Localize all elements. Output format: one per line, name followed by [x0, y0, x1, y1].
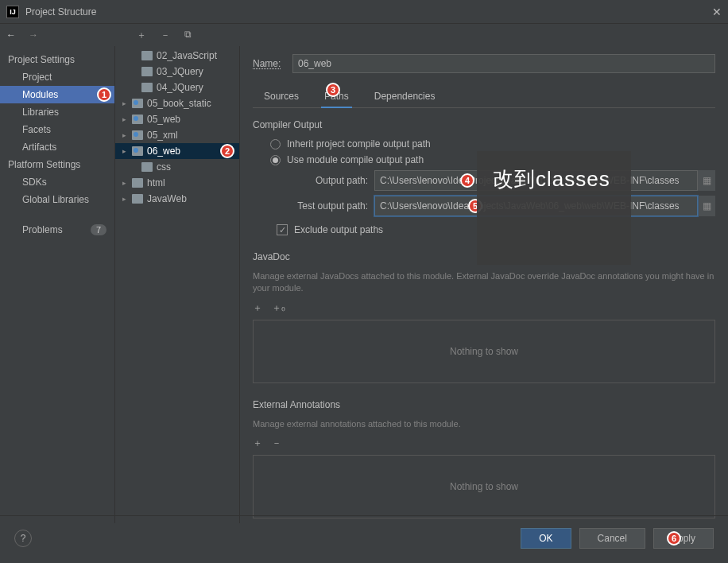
ext-anno-empty: Nothing to show [253, 455, 715, 518]
add-icon[interactable]: ＋ [253, 437, 262, 450]
remove-icon[interactable]: － [272, 437, 281, 450]
chevron-right-icon[interactable]: ▸ [120, 115, 128, 123]
problems-count-badge: 7 [91, 224, 106, 235]
chevron-right-icon[interactable]: ▸ [120, 147, 128, 155]
javadoc-title: JavaDoc [253, 251, 715, 262]
browse-test-output-icon[interactable]: ▦ [698, 196, 715, 216]
tree-item[interactable]: ▸05_web [115, 111, 239, 127]
browse-output-icon[interactable]: ▦ [698, 170, 715, 191]
add-icon[interactable]: ＋ [137, 29, 146, 42]
test-output-path-input[interactable] [374, 196, 698, 216]
tree-item[interactable]: ▸html [115, 175, 239, 191]
sidebar-item-project[interactable]: Project [0, 68, 114, 86]
settings-sidebar: Project Settings Project Modules 1 Libra… [0, 46, 114, 523]
tab-sources[interactable]: Sources [261, 86, 302, 107]
copy-icon[interactable]: ⧉ [184, 29, 192, 42]
chevron-right-icon[interactable]: ▸ [120, 131, 128, 139]
folder-icon [141, 162, 153, 172]
radio-use-module[interactable]: Use module compile output path [270, 154, 715, 165]
sidebar-item-global-libraries[interactable]: Global Libraries [0, 191, 114, 208]
sidebar-item-sdks[interactable]: SDKs [0, 173, 114, 191]
module-name-input[interactable] [292, 54, 715, 73]
output-path-label: Output path: [277, 175, 368, 186]
name-label: Name: [253, 58, 292, 69]
tree-item[interactable]: ▸css [115, 159, 239, 175]
folder-icon [141, 67, 153, 76]
sidebar-item-libraries[interactable]: Libraries [0, 103, 114, 121]
annotation-badge-3: 3 [326, 83, 340, 97]
folder-icon [132, 194, 143, 204]
ok-button[interactable]: OK [521, 528, 571, 549]
tree-item[interactable]: ▸JavaWeb [115, 191, 239, 207]
module-icon [132, 115, 143, 124]
section-platform-settings: Platform Settings [0, 156, 114, 173]
tree-item[interactable]: ▸02_JavaScript [115, 48, 239, 64]
ext-anno-desc: Manage external annotations attached to … [253, 418, 715, 430]
intellij-icon: IJ [6, 6, 19, 18]
javadoc-desc: Manage external JavaDocs attached to thi… [253, 270, 715, 295]
tree-item[interactable]: ▸04_JQuery [115, 80, 239, 95]
javadoc-empty: Nothing to show [253, 320, 715, 383]
folder-icon [132, 178, 143, 188]
output-path-input[interactable] [374, 170, 698, 191]
module-icon [132, 99, 143, 108]
back-icon[interactable]: ← [6, 29, 16, 41]
chevron-right-icon[interactable]: ▸ [120, 195, 128, 203]
radio-icon [270, 139, 281, 149]
add-icon[interactable]: ＋ [253, 301, 262, 315]
window-title: Project Structure [25, 6, 96, 17]
tree-item[interactable]: ▸03_JQuery [115, 64, 239, 80]
radio-checked-icon [270, 155, 281, 165]
cancel-button[interactable]: Cancel [579, 528, 645, 549]
titlebar: IJ Project Structure ✕ [0, 0, 728, 24]
add-url-icon[interactable]: ＋₀ [272, 301, 285, 315]
annotation-badge-2: 2 [220, 144, 234, 158]
annotation-badge-5: 5 [468, 199, 482, 213]
help-button[interactable]: ? [14, 530, 32, 547]
forward-icon[interactable]: → [29, 29, 38, 41]
close-icon[interactable]: ✕ [712, 6, 722, 18]
tree-item[interactable]: ▸05_xml [115, 127, 239, 143]
tree-item[interactable]: ▸05_book_static [115, 95, 239, 111]
module-content: Name: Sources Paths 3 Dependencies Compi… [240, 46, 728, 523]
remove-icon[interactable]: － [161, 29, 170, 42]
radio-inherit[interactable]: Inherit project compile output path [270, 138, 715, 149]
folder-icon [141, 51, 153, 60]
sidebar-item-artifacts[interactable]: Artifacts [0, 138, 114, 156]
dialog-footer: ? OK Cancel Apply 6 [0, 515, 728, 560]
module-tree: ▸02_JavaScript ▸03_JQuery ▸04_JQuery ▸05… [114, 46, 240, 523]
annotation-badge-1: 1 [97, 87, 111, 102]
sidebar-item-modules[interactable]: Modules 1 [0, 86, 114, 103]
ext-anno-title: External Annotations [253, 399, 715, 410]
module-tabs: Sources Paths 3 Dependencies [253, 86, 715, 108]
sidebar-item-problems[interactable]: Problems 7 [0, 221, 114, 239]
chevron-right-icon[interactable]: ▸ [120, 99, 128, 107]
module-icon [132, 146, 143, 156]
chevron-right-icon[interactable]: ▸ [120, 179, 128, 187]
apply-button[interactable]: Apply 6 [653, 528, 714, 549]
section-project-settings: Project Settings [0, 51, 114, 68]
module-icon [132, 130, 143, 140]
test-output-path-label: Test output path: [277, 200, 368, 212]
sidebar-item-facets[interactable]: Facets [0, 121, 114, 138]
tab-paths[interactable]: Paths 3 [321, 86, 352, 108]
exclude-output-checkbox[interactable]: ✓ Exclude output paths [277, 224, 715, 235]
annotation-badge-6: 6 [667, 531, 681, 546]
tab-dependencies[interactable]: Dependencies [371, 86, 439, 107]
tree-item-selected[interactable]: ▸06_web2 [115, 143, 239, 159]
annotation-badge-4: 4 [460, 173, 474, 188]
compiler-output-title: Compiler Output [253, 119, 715, 130]
nav-toolbar: ← → ＋ － ⧉ [0, 24, 728, 46]
folder-icon [141, 83, 153, 92]
checkbox-checked-icon: ✓ [277, 224, 288, 235]
